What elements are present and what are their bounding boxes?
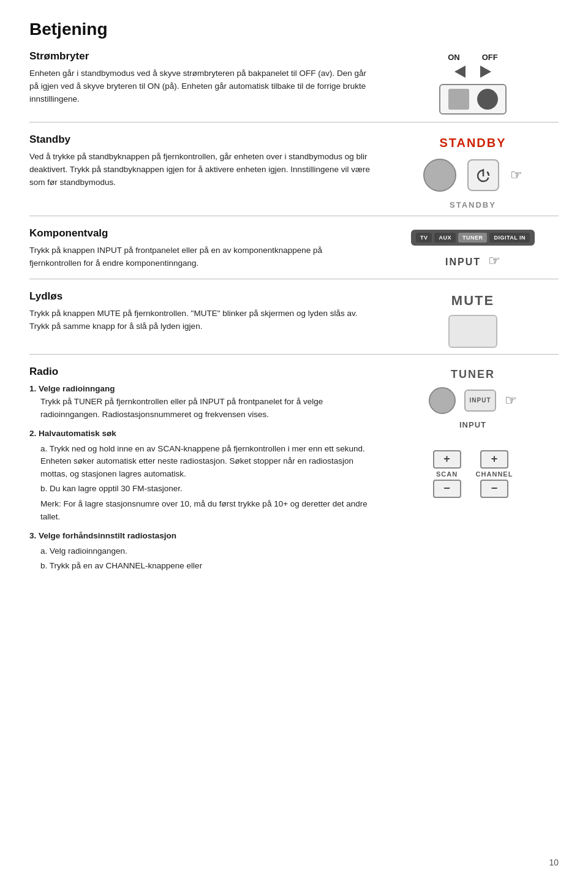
radio-title: Radio	[29, 366, 372, 378]
on-label: ON	[448, 53, 460, 62]
lydlos-title: Lydløs	[29, 290, 372, 303]
tuner-controls: INPUT ☞	[429, 387, 517, 414]
strombryter-title: Strømbryter	[29, 50, 372, 62]
standby-diagram: STANDBY ☞ STANDBY	[423, 136, 522, 209]
scan-channel-diagram: + SCAN − + CHANNEL −	[433, 450, 513, 498]
lydlos-image: MUTE	[387, 290, 559, 348]
radio-item-3-number: 3.	[29, 531, 39, 540]
radio-text: Radio 1. Velge radioinngang Trykk på TUN…	[29, 366, 387, 576]
power-button-box	[467, 159, 499, 191]
hand-icon-tuner: ☞	[505, 393, 517, 409]
onoff-labels: ON OFF	[448, 53, 498, 62]
input-diagram: TV AUX TUNER DIGITAL IN INPUT ☞	[411, 230, 535, 269]
tv-button: TV	[416, 233, 432, 243]
radio-item-1-text: Trykk på TUNER på fjernkontrollen eller …	[40, 396, 372, 421]
scan-label: SCAN	[436, 470, 458, 478]
switch-left	[448, 89, 469, 110]
komponentvalg-image: TV AUX TUNER DIGITAL IN INPUT ☞	[387, 227, 559, 269]
tuner-diagram: TUNER INPUT ☞ INPUT	[429, 368, 517, 429]
radio-item-2b-letter: b.	[40, 484, 50, 493]
switch-right	[477, 89, 498, 110]
mute-diagram: MUTE	[448, 293, 497, 348]
radio-item-3b: b. Trykk på en av CHANNEL-knappene eller	[40, 560, 372, 573]
off-label: OFF	[482, 53, 498, 62]
radio-item-3a: a. Velg radioinngangen.	[40, 545, 372, 558]
radio-item-1-bold: Velge radioinngang	[39, 384, 115, 393]
radio-item-1-number: 1.	[29, 384, 39, 393]
scan-group: + SCAN −	[433, 450, 461, 498]
strombryter-text: Strømbryter Enheten går i standbymodus v…	[29, 50, 387, 108]
channel-plus-button: +	[480, 450, 508, 469]
standby-paragraph: Ved å trykke på standbyknappen på fjernk…	[29, 151, 372, 189]
section-lydlos: Lydløs Trykk på knappen MUTE på fjernkon…	[29, 279, 559, 354]
lydlos-paragraph: Trykk på knappen MUTE på fjernkontrollen…	[29, 307, 372, 333]
scan-minus-button: −	[433, 480, 461, 498]
komponentvalg-text: Komponentvalg Trykk på knappen INPUT på …	[29, 227, 387, 273]
standby-gray-label: STANDBY	[450, 200, 496, 209]
power-icon	[474, 166, 492, 184]
aux-button: AUX	[434, 233, 456, 243]
standby-knob	[423, 159, 456, 192]
input-buttons-row: TV AUX TUNER DIGITAL IN	[411, 230, 535, 246]
tuner-label: TUNER	[451, 368, 495, 381]
radio-item-2b: b. Du kan lagre opptil 30 FM-stasjoner.	[40, 483, 372, 496]
page: Betjening Strømbryter Enheten går i stan…	[0, 0, 588, 882]
tuner-knob	[429, 387, 456, 414]
radio-item-2-note: Merk: For å lagre stasjonsnumre over 10,…	[40, 498, 372, 524]
lydlos-text: Lydløs Trykk på knappen MUTE på fjernkon…	[29, 290, 387, 336]
standby-red-label: STANDBY	[439, 136, 506, 150]
radio-item-1: 1. Velge radioinngang Trykk på TUNER på …	[29, 383, 372, 421]
channel-label: CHANNEL	[476, 470, 513, 478]
section-radio: Radio 1. Velge radioinngang Trykk på TUN…	[29, 354, 559, 582]
mute-box	[448, 315, 497, 348]
onoff-diagram: ON OFF	[439, 53, 507, 115]
hand-icon: ☞	[510, 167, 522, 183]
mute-label: MUTE	[451, 293, 494, 309]
standby-controls: ☞	[423, 159, 522, 192]
strombryter-paragraph: Enheten går i standbymodus ved å skyve s…	[29, 67, 372, 106]
digital-in-button: DIGITAL IN	[489, 233, 530, 243]
hand-icon-input: ☞	[488, 253, 500, 269]
radio-item-2-number: 2.	[29, 429, 39, 438]
radio-item-2a: a. Trykk ned og hold inne en av SCAN-kna…	[40, 443, 372, 481]
radio-item-2: 2. Halvautomatisk søk a. Trykk ned og ho…	[29, 428, 372, 524]
standby-image: STANDBY ☞ STANDBY	[387, 134, 559, 209]
radio-item-3a-letter: a.	[40, 546, 50, 556]
scan-plus-button: +	[433, 450, 461, 469]
tuner-button: TUNER	[458, 233, 488, 243]
onoff-arrows	[454, 66, 491, 78]
channel-minus-button: −	[480, 480, 508, 498]
komponentvalg-title: Komponentvalg	[29, 227, 372, 239]
tuner-btn-box: INPUT	[464, 390, 496, 412]
section-komponentvalg: Komponentvalg Trykk på knappen INPUT på …	[29, 216, 559, 279]
arrow-left-icon	[454, 66, 466, 78]
radio-image: TUNER INPUT ☞ INPUT + SCAN − +	[387, 366, 559, 498]
tuner-input-label: INPUT	[459, 420, 486, 429]
standby-title: Standby	[29, 134, 372, 146]
strombryter-image: ON OFF	[387, 50, 559, 115]
standby-text: Standby Ved å trykke på standbyknappen p…	[29, 134, 387, 192]
page-number: 10	[549, 858, 559, 867]
radio-item-2a-letter: a.	[40, 444, 50, 453]
input-label: INPUT	[445, 257, 481, 268]
radio-item-3b-letter: b.	[40, 561, 50, 570]
tuner-btn-label: INPUT	[470, 397, 491, 404]
radio-item-2-bold: Halvautomatisk søk	[39, 429, 116, 438]
radio-item-3-bold: Velge forhåndsinnstilt radiostasjon	[39, 531, 176, 540]
radio-item-3: 3. Velge forhåndsinnstilt radiostasjon a…	[29, 530, 372, 573]
section-strombryter: Strømbryter Enheten går i standbymodus v…	[29, 50, 559, 122]
page-title: Betjening	[29, 20, 559, 39]
section-standby: Standby Ved å trykke på standbyknappen p…	[29, 122, 559, 216]
arrow-right-icon	[480, 66, 491, 78]
power-switch-box	[439, 84, 507, 115]
channel-group: + CHANNEL −	[476, 450, 513, 498]
komponentvalg-paragraph: Trykk på knappen INPUT på frontpanelet e…	[29, 244, 372, 270]
